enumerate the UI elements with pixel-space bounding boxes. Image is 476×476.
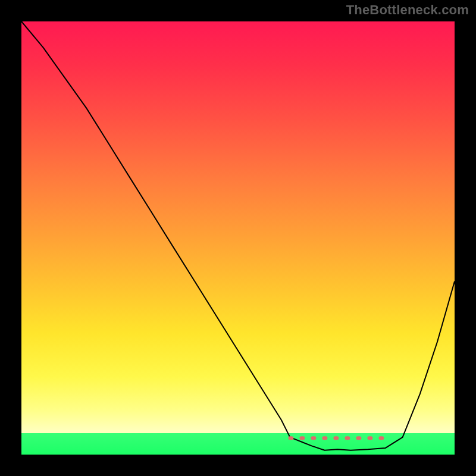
chart-svg xyxy=(21,21,455,455)
bottleneck-curve xyxy=(21,21,455,450)
chart-frame: TheBottleneck.com xyxy=(0,0,476,476)
attribution-text: TheBottleneck.com xyxy=(346,2,469,18)
plot-area xyxy=(21,21,455,455)
